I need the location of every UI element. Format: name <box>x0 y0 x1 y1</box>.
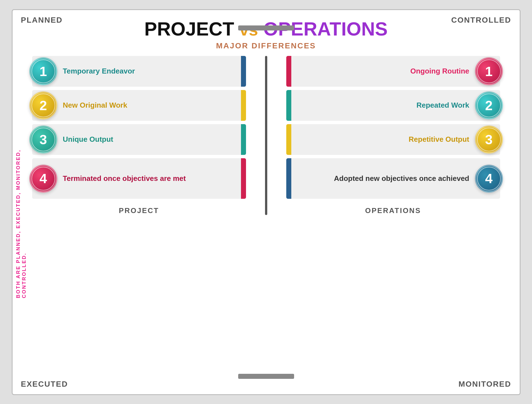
ops-badge-4: 4 <box>475 165 503 193</box>
ops-item-3: 3 Repetitive Output <box>286 124 500 155</box>
project-text-1: Temporary Endeavor <box>57 64 241 79</box>
project-text-4: Terminated once objectives are met <box>57 171 241 186</box>
project-bar-4 <box>241 158 246 199</box>
ops-text-1: Ongoing Routine <box>291 64 475 79</box>
ops-badge-3: 3 <box>475 126 503 153</box>
ops-bar-3 <box>286 124 291 155</box>
project-bar-1 <box>241 56 246 87</box>
ops-bar-2 <box>286 90 291 121</box>
project-bar-2 <box>241 90 246 121</box>
operations-column: 1 Ongoing Routine 2 Repeated Work 3 Repe… <box>269 56 509 215</box>
bottom-bar <box>238 374 294 379</box>
project-badge-2: 2 <box>29 91 57 119</box>
ops-item-4: 4 Adopted new objectives once achieved <box>286 158 500 199</box>
top-bar <box>238 25 294 30</box>
ops-text-3: Repetitive Output <box>291 132 475 147</box>
project-column: 1 Temporary Endeavor 2 New Original Work… <box>24 56 263 215</box>
columns-wrapper: 1 Temporary Endeavor 2 New Original Work… <box>24 56 509 215</box>
ops-bar-1 <box>286 56 291 87</box>
project-item-3: 3 Unique Output <box>32 124 246 155</box>
project-footer: PROJECT <box>32 206 246 215</box>
center-divider <box>265 56 267 215</box>
corner-planned: PLANNED <box>21 16 63 25</box>
project-bar-3 <box>241 124 246 155</box>
main-container: PLANNED CONTROLLED EXECUTED MONITORED BO… <box>12 9 521 395</box>
project-item-4: 4 Terminated once objectives are met <box>32 158 246 199</box>
title-project: PROJECT <box>144 18 234 39</box>
title-area: PROJECT vs OPERATIONS MAJOR DIFFERENCES <box>24 18 509 51</box>
project-badge-3: 3 <box>29 126 57 153</box>
subtitle: MAJOR DIFFERENCES <box>24 41 509 50</box>
ops-bar-4 <box>286 158 291 199</box>
ops-item-2: 2 Repeated Work <box>286 90 500 121</box>
project-text-2: New Original Work <box>57 98 241 113</box>
ops-badge-1: 1 <box>475 57 503 85</box>
ops-badge-2: 2 <box>475 91 503 119</box>
corner-executed: EXECUTED <box>21 380 68 389</box>
ops-item-1: 1 Ongoing Routine <box>286 56 500 87</box>
project-text-3: Unique Output <box>57 132 241 147</box>
ops-text-2: Repeated Work <box>291 98 475 113</box>
corner-controlled: CONTROLLED <box>451 16 511 25</box>
project-item-2: 2 New Original Work <box>32 90 246 121</box>
corner-monitored: MONITORED <box>458 380 511 389</box>
operations-footer: OPERATIONS <box>286 206 500 215</box>
project-badge-4: 4 <box>29 165 57 193</box>
ops-text-4: Adopted new objectives once achieved <box>291 171 475 186</box>
project-badge-1: 1 <box>29 57 57 85</box>
project-item-1: 1 Temporary Endeavor <box>32 56 246 87</box>
